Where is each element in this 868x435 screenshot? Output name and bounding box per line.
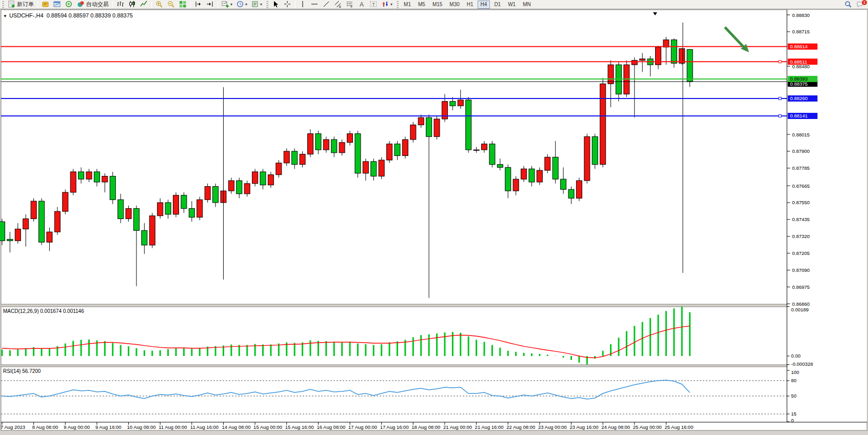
timeframe-tf-h4-button[interactable]: H4 — [478, 1, 490, 9]
search-button[interactable] — [843, 1, 854, 9]
candle-body — [15, 229, 21, 241]
candle-body — [497, 165, 503, 168]
candle-body — [458, 100, 463, 106]
time-tick-label: 11 Aug 00:00 — [159, 424, 187, 430]
price-tick-label: 0.88015 — [792, 132, 810, 137]
candle-body — [584, 136, 590, 181]
trend-line-button[interactable] — [321, 1, 332, 9]
fibonacci-button[interactable]: F — [345, 1, 356, 9]
tf-h4-label: H4 — [479, 2, 489, 7]
vertical-line-button[interactable] — [298, 1, 308, 9]
timeframe-tf-m30-button[interactable]: M30 — [446, 1, 462, 9]
zoom-out-button[interactable] — [166, 1, 176, 9]
collapse-icon[interactable]: ▼ — [3, 14, 7, 18]
time-tick-label: 21 Aug 00:00 — [443, 424, 472, 430]
new-order-button[interactable]: 新订单 — [6, 1, 35, 9]
text-label-button[interactable]: T — [368, 1, 379, 9]
tile-windows-button[interactable] — [177, 1, 188, 9]
chart-bars-button[interactable] — [115, 1, 126, 9]
timeframe-tf-d1-button[interactable]: D1 — [491, 1, 504, 9]
candle-body — [671, 40, 677, 64]
terminal-button[interactable] — [52, 1, 63, 9]
notifications-button[interactable]: 1 — [855, 1, 865, 9]
periods-clock-icon — [236, 1, 244, 8]
chevron-down-icon[interactable]: ▾ — [260, 2, 262, 7]
chart-bars-icon — [116, 1, 124, 8]
templates-button[interactable]: ▾ — [250, 1, 264, 9]
price-tick-label: 0.87205 — [792, 250, 810, 256]
candle-body — [228, 181, 234, 191]
toolbar: 新订单自动交易▾▾▾EFAT▾M1M5M15M30H1H4D1W1MN 1 — [0, 0, 868, 9]
timeframe-tf-w1-button[interactable]: W1 — [505, 1, 519, 9]
candle-body — [331, 140, 337, 153]
time-tick-label: 17 Aug 00:00 — [348, 424, 377, 430]
chart-candles-button[interactable] — [127, 1, 137, 9]
zoom-out-icon — [167, 1, 175, 8]
equidistant-channel-button[interactable]: E — [333, 1, 344, 9]
price-level-badge-text: 0.88260 — [790, 95, 807, 101]
candle-body — [149, 216, 155, 245]
candle-body — [252, 172, 258, 184]
chevron-down-icon[interactable]: ▾ — [245, 2, 247, 7]
time-tick-label: 23 Aug 00:00 — [538, 424, 567, 430]
timeframe-tf-m1-button[interactable]: M1 — [401, 1, 414, 9]
candle-body — [426, 117, 432, 136]
label-icon: T — [370, 1, 378, 8]
macd-tick-label: 0.00189 — [791, 307, 808, 312]
candle-body — [608, 65, 614, 84]
candle-body — [529, 169, 535, 182]
candle-body — [513, 179, 519, 191]
candle-body — [553, 157, 558, 179]
autotrading-button[interactable]: 自动交易 — [75, 1, 110, 9]
rsi-tick-label: 50 — [791, 393, 797, 399]
text-button[interactable]: A — [357, 1, 367, 9]
candle-body — [133, 208, 139, 230]
chevron-down-icon[interactable]: ▾ — [230, 2, 232, 7]
candle-body — [576, 181, 582, 198]
candle-body — [489, 144, 495, 165]
timeframe-tf-h1-button[interactable]: H1 — [464, 1, 477, 9]
auto-scroll-icon — [194, 1, 202, 8]
new-chart-button[interactable]: ▾ — [220, 1, 234, 9]
time-tick-label: 14 Aug 08:00 — [222, 424, 250, 430]
price-tick-label: 0.87090 — [792, 267, 810, 273]
periods-button[interactable]: ▾ — [235, 1, 249, 9]
mt4-app: 0.888300.887150.884800.880150.879000.877… — [0, 0, 868, 435]
time-tick-label: 17 Aug 16:00 — [380, 424, 409, 430]
chart-canvas[interactable]: 0.888300.887150.884800.880150.879000.877… — [0, 0, 868, 435]
notification-count-badge: 1 — [862, 0, 867, 5]
arrows-button[interactable]: ▾ — [380, 1, 394, 9]
time-tick-label: 24 Aug 08:00 — [601, 424, 630, 430]
pane-separator[interactable] — [1, 365, 867, 367]
candle-body — [474, 150, 479, 150]
chart-line-button[interactable] — [139, 1, 149, 9]
candle-body — [379, 160, 384, 176]
candle-body — [679, 49, 685, 64]
chart-ohlc-readout: ▼USDCHF-,H4 0.88594 0.88597 0.88339 0.88… — [3, 12, 133, 18]
pane-separator[interactable] — [1, 304, 867, 307]
zoom-in-icon — [155, 1, 163, 8]
zoom-in-button[interactable] — [154, 1, 165, 9]
candle-body — [102, 176, 108, 182]
toolbar-grip — [396, 1, 399, 8]
candle-body — [402, 140, 408, 155]
line-drag-handle[interactable] — [779, 97, 781, 100]
time-tick-label: 11 Aug 16:00 — [190, 424, 219, 430]
metaeditor-button[interactable] — [40, 1, 51, 9]
horizontal-line-button[interactable] — [309, 1, 320, 9]
auto-scroll-button[interactable] — [193, 1, 204, 9]
line-drag-handle[interactable] — [779, 114, 781, 117]
candle-body — [181, 195, 187, 209]
timeframe-tf-m5-button[interactable]: M5 — [415, 1, 428, 9]
mql5-button[interactable] — [64, 1, 74, 9]
timeframe-tf-mn-button[interactable]: MN — [520, 1, 534, 9]
chart-shift-button[interactable] — [205, 1, 215, 9]
crosshair-button[interactable] — [282, 1, 293, 9]
chevron-down-icon[interactable]: ▾ — [390, 2, 392, 7]
price-tick-label: 0.88715 — [792, 29, 810, 34]
timeframe-tf-m15-button[interactable]: M15 — [429, 1, 445, 9]
cursor-button[interactable] — [270, 1, 281, 9]
toolbar-separator — [295, 1, 295, 8]
tf-mn-label: MN — [521, 2, 532, 7]
line-drag-handle[interactable] — [779, 61, 781, 63]
